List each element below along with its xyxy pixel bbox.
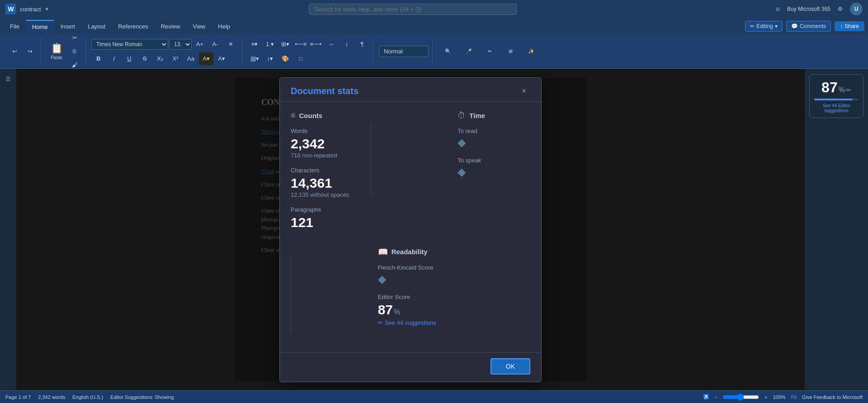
numbered-list-button[interactable]: 1.▾ xyxy=(263,38,277,51)
editor-suggestions-status: Editor Suggestions: Showing xyxy=(110,394,174,400)
tab-layout[interactable]: Layout xyxy=(81,20,112,33)
increase-font-button[interactable]: A+ xyxy=(193,38,207,51)
rtl-button[interactable]: ↕ xyxy=(340,38,354,51)
designer-button[interactable]: ✨ xyxy=(521,39,541,64)
bold-button[interactable]: B xyxy=(91,52,106,65)
title-bar-left: W contract ▼ xyxy=(5,4,49,14)
readability-title: Readability xyxy=(392,248,428,256)
editor-score-row: 87 % xyxy=(378,302,443,318)
tab-review[interactable]: Review xyxy=(155,20,187,33)
modal-close-button[interactable]: × xyxy=(518,85,530,98)
editor-score-value: 87 xyxy=(378,302,393,318)
zoom-out-button[interactable]: − xyxy=(715,394,717,400)
chars-value: 14,361 xyxy=(291,175,363,190)
tab-help[interactable]: Help xyxy=(212,20,236,33)
right-panel-score: 87 xyxy=(821,79,838,96)
clear-format-button[interactable]: ✕ xyxy=(223,38,238,51)
status-bar-right: ♿ − + 100% Fit Give Feedback to Microsof… xyxy=(703,394,863,401)
superscript-button[interactable]: X² xyxy=(168,52,183,65)
time-header: ⏱ Time xyxy=(458,111,523,120)
font-name-selector[interactable]: Times New Roman xyxy=(91,39,168,50)
pilcrow-button[interactable]: ¶ xyxy=(355,38,369,51)
ok-button[interactable]: OK xyxy=(491,358,530,375)
highlight-button[interactable]: A▾ xyxy=(199,52,213,65)
font-size-selector[interactable]: 13.5 xyxy=(169,39,192,50)
zoom-in-button[interactable]: + xyxy=(764,394,767,400)
modal-overlay: Document stats × ≡ Counts Words 2,342 71… xyxy=(16,69,805,390)
multilevel-list-button[interactable]: ⊞▾ xyxy=(278,38,292,51)
strikethrough-button[interactable]: S xyxy=(137,52,152,65)
readability-header: 📖 Readability xyxy=(378,247,443,257)
paste-button[interactable]: 📋 Paste xyxy=(47,39,66,64)
divider-1 xyxy=(371,123,371,196)
underline-button[interactable]: U xyxy=(122,52,137,65)
to-read-stat: To read ◆ xyxy=(458,128,523,149)
undo-button[interactable]: ↩ xyxy=(7,45,22,58)
align-button[interactable]: ▤▾ xyxy=(247,52,262,65)
style-selector[interactable]: Normal xyxy=(379,46,429,57)
copy-button[interactable]: ⎘ xyxy=(67,45,82,58)
dictate-button[interactable]: 🎤 xyxy=(459,39,479,64)
editor-score-pct: % xyxy=(394,308,400,316)
counts-title: Counts xyxy=(299,112,323,119)
comments-button[interactable]: 💬 Comments xyxy=(786,21,831,32)
tab-insert[interactable]: Insert xyxy=(54,20,82,33)
border-button[interactable]: □ xyxy=(293,52,308,65)
zoom-slider[interactable] xyxy=(723,394,759,401)
document-stats-modal: Document stats × ≡ Counts Words 2,342 71… xyxy=(279,77,542,382)
avatar[interactable]: U xyxy=(850,3,863,15)
share-label: Share xyxy=(844,23,859,29)
share-icon: ↑ xyxy=(840,23,843,29)
tab-home[interactable]: Home xyxy=(26,20,54,33)
bullet-list-button[interactable]: ≡▾ xyxy=(247,38,262,51)
editor-score-card: 87 % ✏ See 44 Editor suggestions xyxy=(809,74,863,118)
editor-button[interactable]: ✏ xyxy=(480,39,500,64)
line-spacing-button[interactable]: ↕▾ xyxy=(263,52,277,65)
subscript-button[interactable]: X₂ xyxy=(153,52,167,65)
tab-references[interactable]: References xyxy=(112,20,154,33)
toolbar-font-group: Times New Roman 13.5 A+ A- ✕ B I U S X₂ … xyxy=(88,38,242,65)
cut-button[interactable]: ✂ xyxy=(67,32,82,44)
ltr-button[interactable]: ↔ xyxy=(324,38,339,51)
title-bar-controls: ▼ xyxy=(44,6,49,12)
font-color-button[interactable]: A▾ xyxy=(214,52,229,65)
doc-name: contract xyxy=(20,6,41,13)
comments-label: Comments xyxy=(800,23,826,29)
modal-footer: OK xyxy=(280,352,541,382)
italic-button[interactable]: I xyxy=(107,52,121,65)
to-read-diamond-icon: ◆ xyxy=(458,136,523,149)
see-suggestions-link[interactable]: ✏ See 44 suggestions xyxy=(378,319,443,326)
accessibility-icon: ♿ xyxy=(703,394,709,400)
doc-area[interactable]: CONT... It is understood that the inform… xyxy=(16,69,805,390)
redo-button[interactable]: ↪ xyxy=(23,45,37,58)
sidebar-nav-button[interactable]: ☰ xyxy=(1,72,15,85)
words-value: 2,342 xyxy=(291,136,363,151)
decrease-indent-button[interactable]: ⟵≡ xyxy=(293,38,308,51)
increase-indent-button[interactable]: ≡⟶ xyxy=(309,38,323,51)
decrease-font-button[interactable]: A- xyxy=(208,38,222,51)
editing-label: Editing xyxy=(756,23,773,29)
editing-button[interactable]: ✏ Editing ▾ xyxy=(745,21,783,32)
modal-body: ≡ Counts Words 2,342 716 non-repeated Ch… xyxy=(280,102,541,352)
search-input[interactable] xyxy=(309,4,517,15)
tab-file[interactable]: File xyxy=(4,20,26,33)
score-progress-bar xyxy=(814,99,859,100)
words-label: Words xyxy=(291,128,363,134)
font-selector-row: Times New Roman 13.5 A+ A- ✕ xyxy=(91,38,238,51)
share-button[interactable]: ↑ Share xyxy=(835,21,864,31)
feedback-label[interactable]: Give Feedback to Microsoft xyxy=(802,394,863,400)
tab-view[interactable]: View xyxy=(186,20,212,33)
shading-button[interactable]: 🎨 xyxy=(278,52,292,65)
fit-label[interactable]: Fit xyxy=(791,394,797,400)
editor-icon: ✏ xyxy=(488,48,492,54)
add-ins-button[interactable]: ⊞ xyxy=(500,39,520,64)
chars-label: Characters xyxy=(291,167,363,174)
search-tool-button[interactable]: 🔍 xyxy=(438,39,458,64)
paragraphs-stat: Paragraphs 121 xyxy=(291,206,363,230)
paragraphs-label: Paragraphs xyxy=(291,206,363,213)
ms365-text[interactable]: Buy Microsoft 365 xyxy=(787,6,830,12)
right-panel-suggestion[interactable]: See 44 Editor suggestions xyxy=(814,103,859,113)
main-area: ☰ CONT... It is understood that the info… xyxy=(0,69,868,390)
settings-icon[interactable]: ⚙ xyxy=(838,6,843,12)
text-case-button[interactable]: Aa xyxy=(184,52,198,65)
